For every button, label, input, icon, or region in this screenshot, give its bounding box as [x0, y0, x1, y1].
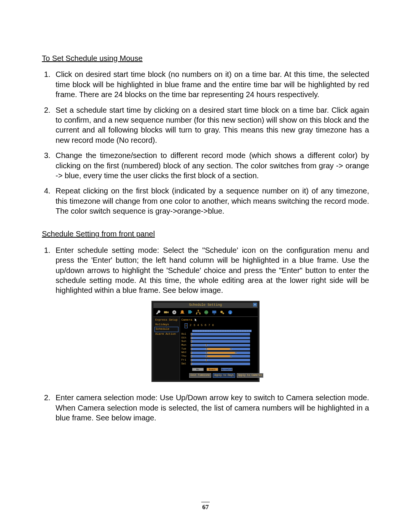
svg-rect-10: [213, 313, 215, 314]
sidebar-item-alarm-action[interactable]: Alarm Action: [155, 332, 178, 337]
hour-cell: [249, 330, 252, 332]
svg-rect-9: [212, 310, 217, 313]
day-row[interactable]: Wed123: [182, 351, 264, 354]
sidebar-item-schedule[interactable]: Schedule: [155, 327, 178, 332]
instruction-list-b: Enter schedule setting mode: Select the …: [42, 245, 369, 423]
window-title-bar: Schedule Setting ×: [153, 303, 258, 308]
camera-number[interactable]: 2: [190, 323, 191, 328]
segment-normal-event[interactable]: [192, 355, 206, 358]
info-icon[interactable]: i: [228, 310, 233, 315]
camera-number[interactable]: 4: [197, 323, 199, 328]
day-row[interactable]: Mon12: [182, 343, 264, 347]
svg-marker-1: [167, 311, 169, 313]
reel-icon[interactable]: [172, 310, 177, 315]
apply-to-cameras-button[interactable]: Apply to Cameras: [237, 373, 263, 378]
segment-normal-event[interactable]: [207, 344, 250, 347]
schedule-editor: Camera 1 2 3 4 5: [180, 317, 265, 380]
camera-number[interactable]: 6: [205, 323, 207, 328]
page-footer: 67: [0, 502, 411, 511]
segment-event-only[interactable]: [207, 351, 235, 354]
instruction-item: Set a schedule start time by clicking on…: [53, 105, 369, 145]
segment-normal-event[interactable]: [192, 340, 250, 343]
tag-icon[interactable]: [188, 310, 193, 315]
camera-number[interactable]: 3: [193, 323, 195, 328]
instruction-item: Enter camera selection mode: Use Up/Down…: [53, 393, 369, 423]
instruction-item: Enter schedule setting mode: Select the …: [53, 245, 369, 296]
segment-normal-event[interactable]: [232, 355, 250, 358]
segment-normal-event[interactable]: [192, 351, 206, 354]
globe-icon[interactable]: [204, 310, 209, 315]
instruction-item: Click on desired start time block (no nu…: [53, 69, 369, 99]
instruction-list-a: Click on desired start time block (no nu…: [42, 69, 369, 216]
record-mode-legend: No Record Event Only Normal+Event: [192, 368, 264, 371]
page-number: 67: [202, 503, 209, 511]
wrench-icon[interactable]: [156, 310, 161, 315]
camera-number[interactable]: 1: [185, 323, 188, 328]
svg-point-12: [222, 312, 224, 314]
segment-normal-event[interactable]: [237, 351, 250, 354]
camera-number[interactable]: 5: [201, 323, 203, 328]
day-label: Mon: [182, 343, 191, 347]
day-row[interactable]: Oth1: [182, 336, 264, 340]
legend-normal-event: Normal+Event: [221, 368, 233, 371]
camera-label: Camera: [182, 318, 193, 322]
segment-normal-event[interactable]: [232, 348, 250, 350]
camera-number-list[interactable]: 1 2 3 4 5 6 7 8: [185, 323, 264, 328]
day-row[interactable]: Thu123: [182, 355, 264, 358]
schedule-setting-window: Schedule Setting ×: [151, 301, 260, 382]
segment-event-only[interactable]: [207, 355, 230, 358]
sidebar-item-express-setup[interactable]: Express Setup: [155, 318, 178, 323]
day-label: Sat: [182, 362, 191, 366]
day-row[interactable]: Sun1: [182, 340, 264, 343]
day-label: Wed: [182, 351, 191, 354]
day-label: Oth: [182, 336, 191, 340]
monitor-icon[interactable]: [212, 310, 217, 315]
close-icon[interactable]: ×: [253, 303, 257, 307]
svg-rect-5: [198, 310, 199, 311]
sidebar: Express Setup Holidays Schedule Alarm Ac…: [153, 317, 180, 380]
day-row[interactable]: Sat1: [182, 362, 264, 366]
svg-rect-0: [164, 311, 167, 313]
day-row[interactable]: Tue123: [182, 347, 264, 351]
sidebar-item-holidays[interactable]: Holidays: [155, 323, 178, 327]
camera-number[interactable]: 8: [212, 323, 214, 328]
day-row[interactable]: Fri12: [182, 358, 264, 362]
segment-normal-event[interactable]: [192, 344, 206, 347]
cursor-icon: [194, 318, 198, 322]
section-heading-b: Schedule Setting from front panel: [42, 229, 369, 239]
edit-timezone-button[interactable]: Edit Timezone: [189, 373, 212, 378]
hour-ruler: [192, 330, 264, 332]
instruction-item: Change the timezone/section to different…: [53, 150, 369, 181]
svg-point-11: [220, 311, 223, 313]
segment-normal-event[interactable]: [192, 337, 250, 339]
svg-rect-6: [196, 313, 198, 314]
legend-event-only: Event Only: [207, 368, 218, 371]
toolbar: i: [153, 308, 258, 317]
svg-rect-7: [199, 313, 201, 314]
day-label: Tue: [182, 347, 191, 351]
camera-icon[interactable]: [164, 310, 169, 315]
day-row[interactable]: Hol1: [182, 332, 264, 336]
day-label: Fri: [182, 358, 191, 362]
network-icon[interactable]: [196, 310, 201, 315]
document-page: To Set Schedule using Mouse Click on des…: [0, 0, 411, 532]
segment-normal-event[interactable]: [192, 359, 206, 361]
segment-normal-event[interactable]: [192, 363, 250, 365]
day-label: Hol: [182, 332, 191, 336]
apply-to-days-button[interactable]: Apply to Days: [213, 373, 235, 378]
segment-event-only[interactable]: [207, 348, 230, 350]
schedule-figure-wrap: Schedule Setting ×: [42, 301, 369, 382]
segment-normal-event[interactable]: [192, 333, 250, 335]
section-heading-a: To Set Schedule using Mouse: [42, 53, 369, 63]
bell-icon[interactable]: [180, 310, 185, 315]
day-label: Sun: [182, 340, 191, 343]
instruction-item: Repeat clicking on the first block (indi…: [53, 186, 369, 216]
gears-icon[interactable]: [220, 310, 225, 315]
legend-no-record: No Record: [192, 368, 204, 371]
svg-marker-4: [188, 310, 193, 313]
segment-normal-event[interactable]: [192, 348, 206, 350]
button-row: Edit Timezone Apply to Days Apply to Cam…: [189, 373, 264, 378]
window-title: Schedule Setting: [189, 303, 222, 307]
camera-number[interactable]: 7: [208, 323, 210, 328]
segment-normal-event[interactable]: [207, 359, 250, 361]
